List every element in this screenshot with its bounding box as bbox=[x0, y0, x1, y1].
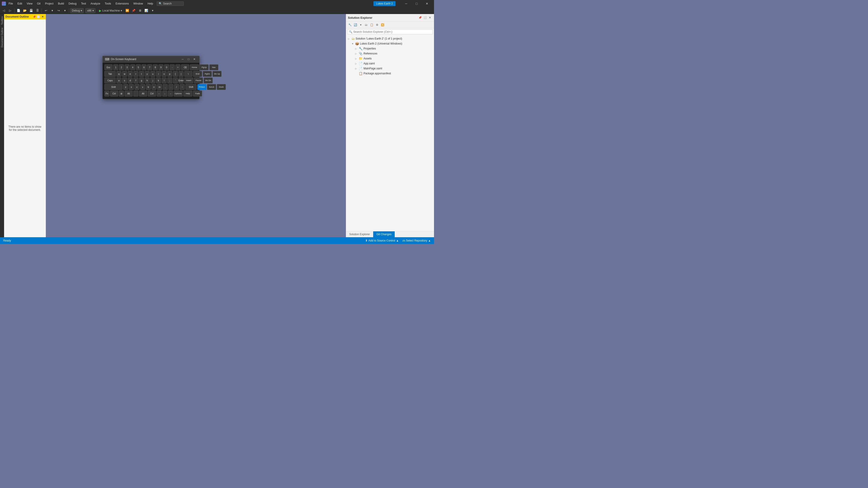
key-up-arrow-small[interactable]: ↑ bbox=[180, 84, 185, 90]
key-m[interactable]: m bbox=[157, 84, 162, 90]
menu-project[interactable]: Project bbox=[43, 1, 55, 6]
key-d[interactable]: d bbox=[128, 77, 133, 84]
source-control-button[interactable]: ⬆ Add to Source Control ▲ bbox=[364, 239, 400, 242]
key-h[interactable]: h bbox=[145, 77, 150, 84]
undo-dropdown[interactable]: ▾ bbox=[49, 8, 55, 13]
key-mvup[interactable]: Mv Up bbox=[213, 71, 221, 77]
key-a[interactable]: a bbox=[116, 77, 121, 84]
key-pgup[interactable]: PgUp bbox=[199, 64, 209, 70]
undo-button[interactable]: ↩ bbox=[43, 8, 49, 13]
key-rbracket[interactable]: ] bbox=[179, 71, 184, 77]
key-winkey[interactable]: ⊞ bbox=[119, 91, 124, 96]
key-esc[interactable]: Esc bbox=[104, 64, 113, 70]
key-z[interactable]: z bbox=[123, 84, 128, 90]
key-enter[interactable]: Enter bbox=[179, 77, 184, 84]
navigate-back-button[interactable]: ◁ bbox=[1, 8, 7, 13]
doc-outline-pin-button[interactable]: 📌 bbox=[33, 15, 36, 19]
key-dock[interactable]: Dock bbox=[217, 84, 226, 90]
step-over-button[interactable]: ⏩ bbox=[124, 8, 130, 13]
key-backspace[interactable]: ⌫ bbox=[181, 64, 189, 70]
key-1[interactable]: 1 bbox=[113, 64, 118, 70]
key-pgdn[interactable]: PgDn bbox=[203, 71, 212, 77]
tree-project[interactable]: ▼ 📦 Lukes Earth 2 (Universal Windows) bbox=[346, 41, 434, 46]
se-properties-button[interactable]: 🔧 bbox=[347, 22, 352, 27]
key-rshift[interactable]: Shift bbox=[185, 84, 197, 90]
se-pin-button[interactable]: 📌 bbox=[418, 15, 422, 20]
key-t[interactable]: t bbox=[139, 71, 144, 77]
key-v[interactable]: v bbox=[140, 84, 145, 90]
se-tab-git-changes[interactable]: Git Changes bbox=[373, 231, 395, 237]
key-f[interactable]: f bbox=[133, 77, 138, 84]
maximize-button[interactable]: □ bbox=[411, 0, 422, 7]
doc-outline-float-button[interactable]: ⬜ bbox=[37, 15, 40, 19]
platform-dropdown[interactable]: x86 ▾ bbox=[86, 8, 95, 13]
config-dropdown[interactable]: Debug ▾ bbox=[70, 8, 84, 13]
titlebar-search[interactable]: 🔍 Search bbox=[157, 1, 184, 6]
key-c[interactable]: c bbox=[134, 84, 140, 90]
key-home[interactable]: Home bbox=[190, 64, 199, 70]
menu-file[interactable]: File bbox=[7, 1, 15, 6]
perf-button[interactable]: 📊 bbox=[143, 8, 149, 13]
key-8[interactable]: 8 bbox=[153, 64, 158, 70]
key-period[interactable]: . bbox=[168, 84, 174, 90]
navigate-forward-button[interactable]: ▷ bbox=[7, 8, 13, 13]
doc-outline-close-button[interactable]: ✕ bbox=[41, 15, 44, 19]
menu-help[interactable]: Help bbox=[146, 1, 155, 6]
menu-extensions[interactable]: Extensions bbox=[114, 1, 131, 6]
close-button[interactable]: ✕ bbox=[422, 0, 432, 7]
key-4[interactable]: 4 bbox=[130, 64, 135, 70]
new-project-button[interactable]: 📄 bbox=[16, 8, 22, 13]
key-nav[interactable]: Nav bbox=[209, 64, 218, 70]
key-backslash[interactable]: \ bbox=[184, 71, 192, 77]
key-x[interactable]: x bbox=[129, 84, 134, 90]
key-u[interactable]: u bbox=[150, 71, 155, 77]
key-caps[interactable]: Caps bbox=[104, 77, 116, 84]
se-tab-solution-explorer[interactable]: Solution Explorer bbox=[346, 231, 373, 237]
menu-debug[interactable]: Debug bbox=[67, 1, 78, 6]
se-show-all-button[interactable]: 📋 bbox=[369, 22, 374, 27]
osk-close-button[interactable]: ✕ bbox=[192, 57, 197, 61]
osk-maximize-button[interactable]: □ bbox=[186, 57, 191, 61]
key-q[interactable]: q bbox=[116, 71, 121, 77]
minimize-button[interactable]: ─ bbox=[401, 0, 411, 7]
on-screen-keyboard[interactable]: ⌨ On-Screen Keyboard ─ □ ✕ Esc 1 2 3 4 5 bbox=[102, 56, 199, 99]
se-dock-button[interactable]: ⬜ bbox=[423, 15, 427, 20]
se-collapse-button[interactable]: 🗂 bbox=[364, 22, 369, 27]
toolbox-tab[interactable]: Toolbox bbox=[0, 15, 4, 26]
save-button[interactable]: 💾 bbox=[28, 8, 34, 13]
attach-button[interactable]: 📌 bbox=[131, 8, 136, 13]
key-3[interactable]: 3 bbox=[125, 64, 129, 70]
key-6[interactable]: 6 bbox=[142, 64, 147, 70]
menu-tools[interactable]: Tools bbox=[103, 1, 113, 6]
menu-git[interactable]: Git bbox=[35, 1, 42, 6]
key-j[interactable]: j bbox=[150, 77, 155, 84]
debug-target-button[interactable]: 🖥 bbox=[137, 8, 143, 13]
redo-dropdown[interactable]: ▾ bbox=[62, 8, 68, 13]
key-tab[interactable]: Tab bbox=[104, 71, 116, 77]
osk-minimize-button[interactable]: ─ bbox=[180, 57, 185, 61]
key-g[interactable]: g bbox=[139, 77, 144, 84]
key-rctrl[interactable]: Ctrl bbox=[148, 91, 156, 96]
key-pause[interactable]: Pause bbox=[194, 77, 203, 84]
key-i[interactable]: i bbox=[156, 71, 161, 77]
key-w[interactable]: w bbox=[122, 71, 127, 77]
key-0[interactable]: 0 bbox=[164, 64, 169, 70]
key-end[interactable]: End bbox=[193, 71, 202, 77]
key-space[interactable] bbox=[133, 91, 138, 96]
save-all-button[interactable]: 🗄 bbox=[35, 8, 40, 13]
key-lshift[interactable]: Shift bbox=[104, 84, 123, 90]
se-search-input[interactable] bbox=[353, 30, 431, 33]
key-5[interactable]: 5 bbox=[136, 64, 141, 70]
key-fn[interactable]: Fn bbox=[104, 91, 110, 96]
se-refresh-button[interactable]: 🔄 bbox=[353, 22, 358, 27]
tree-assets[interactable]: ▷ 📁 Assets bbox=[346, 56, 434, 61]
key-help[interactable]: Help bbox=[183, 91, 192, 96]
tree-references[interactable]: ▷ 📎 References bbox=[346, 51, 434, 56]
key-n[interactable]: n bbox=[151, 84, 156, 90]
key-options[interactable]: Options bbox=[174, 91, 183, 96]
solution-explorer-search[interactable]: 🔍 bbox=[347, 29, 433, 34]
tree-appxaml[interactable]: ▷ 📄 App.xaml bbox=[346, 61, 434, 66]
status-ready[interactable]: Ready bbox=[2, 239, 12, 242]
run-button[interactable]: ▶ Local Machine ▾ bbox=[97, 8, 124, 13]
key-prtscn[interactable]: PrtScn bbox=[197, 84, 206, 90]
